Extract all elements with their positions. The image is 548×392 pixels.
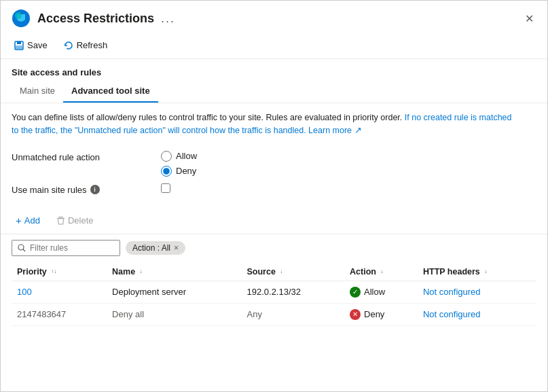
use-main-site-row: Use main site rules i <box>12 183 536 195</box>
use-main-site-label-wrap: Use main site rules i <box>12 183 120 195</box>
cell-action-2: ✕ Deny <box>344 303 418 325</box>
table-body: 100 Deployment server 192.0.2.13/32 ✓ Al… <box>12 281 536 325</box>
add-label: Add <box>24 215 40 226</box>
table-header-row: Priority ↑↓ Name ↓ Source ↓ Action ↓ HTT… <box>12 262 536 281</box>
save-label: Save <box>27 40 48 50</box>
section-title: Site access and rules <box>1 59 547 80</box>
table-row[interactable]: 100 Deployment server 192.0.2.13/32 ✓ Al… <box>12 281 536 303</box>
deny-icon: ✕ <box>350 309 361 320</box>
refresh-icon <box>64 41 73 50</box>
svg-rect-5 <box>57 218 65 219</box>
use-main-site-checkbox[interactable] <box>161 183 170 193</box>
priority-sort-icon: ↑↓ <box>51 269 56 274</box>
search-icon <box>18 244 26 252</box>
svg-line-8 <box>23 249 25 251</box>
col-action[interactable]: Action ↓ <box>344 262 418 281</box>
toolbar: Save Refresh <box>1 35 547 59</box>
cell-action-1: ✓ Allow <box>344 281 418 303</box>
col-source[interactable]: Source ↓ <box>242 262 345 281</box>
filter-tag-close-button[interactable]: × <box>174 244 179 252</box>
col-name[interactable]: Name ↓ <box>107 262 241 281</box>
refresh-label: Refresh <box>77 40 108 50</box>
radio-deny-input[interactable] <box>161 166 172 177</box>
azure-shield-icon <box>12 9 31 28</box>
filter-bar: Action : All × <box>1 234 547 262</box>
tab-advanced-tool-site[interactable]: Advanced tool site <box>63 80 158 103</box>
action-allow-wrap: ✓ Allow <box>350 287 412 298</box>
tabs-bar: Main site Advanced tool site <box>1 80 547 103</box>
filter-tag-label: Action : All <box>132 243 170 253</box>
unmatched-rule-radio-group: Allow Deny <box>161 151 197 177</box>
action-deny-text: Deny <box>364 309 384 319</box>
actions-bar: + Add Delete <box>1 207 547 234</box>
radio-allow-label[interactable]: Allow <box>161 151 197 162</box>
info-icon[interactable]: i <box>90 185 100 194</box>
title-bar: Access Restrictions ... ✕ <box>1 1 547 35</box>
save-button[interactable]: Save <box>12 39 50 52</box>
radio-allow-input[interactable] <box>161 151 172 162</box>
svg-point-7 <box>18 245 24 250</box>
radio-deny-label[interactable]: Deny <box>161 166 197 177</box>
action-deny-wrap: ✕ Deny <box>350 309 412 320</box>
learn-more-link[interactable]: Learn more ↗ <box>306 126 362 135</box>
tab-main-site[interactable]: Main site <box>12 80 63 103</box>
description-text: You can define lists of allow/deny rules… <box>1 103 530 145</box>
save-icon <box>14 41 24 50</box>
refresh-button[interactable]: Refresh <box>61 39 111 52</box>
svg-point-1 <box>15 12 22 19</box>
name-sort-icon: ↓ <box>140 269 143 274</box>
unmatched-rule-label: Unmatched rule action <box>12 151 120 162</box>
cell-http-headers-2: Not configured <box>418 303 536 325</box>
title-left: Access Restrictions ... <box>12 9 175 28</box>
description-part1: You can define lists of allow/deny rules… <box>12 113 405 122</box>
page-title: Access Restrictions <box>37 12 154 26</box>
delete-icon <box>56 216 65 225</box>
action-sort-icon: ↓ <box>380 269 383 274</box>
cell-http-headers-1: Not configured <box>418 281 536 303</box>
radio-deny-text: Deny <box>176 166 196 176</box>
add-button[interactable]: + Add <box>12 213 44 228</box>
close-button[interactable]: ✕ <box>522 10 536 28</box>
cell-priority-2: 2147483647 <box>12 303 107 325</box>
title-ellipsis-menu[interactable]: ... <box>161 12 175 26</box>
use-main-site-label: Use main site rules <box>12 185 87 195</box>
delete-label: Delete <box>68 215 94 226</box>
col-http-headers[interactable]: HTTP headers ↓ <box>418 262 536 281</box>
delete-button[interactable]: Delete <box>52 213 98 228</box>
filter-tag-action-all: Action : All × <box>126 241 185 255</box>
unmatched-rule-row: Unmatched rule action Allow Deny <box>12 151 536 177</box>
rules-table: Priority ↑↓ Name ↓ Source ↓ Action ↓ HTT… <box>12 262 536 326</box>
filter-rules-input[interactable] <box>30 243 111 253</box>
action-allow-text: Allow <box>364 287 385 297</box>
rules-table-wrap: Priority ↑↓ Name ↓ Source ↓ Action ↓ HTT… <box>1 262 547 326</box>
unmatched-rule-section: Unmatched rule action Allow Deny Use mai… <box>1 145 547 207</box>
cell-source-1: 192.0.2.13/32 <box>242 281 345 303</box>
http-headers-sort-icon: ↓ <box>484 269 487 274</box>
cell-source-2: Any <box>242 303 345 325</box>
table-row[interactable]: 2147483647 Deny all Any ✕ Deny Not confi… <box>12 303 536 325</box>
add-icon: + <box>16 215 22 226</box>
cell-priority-1: 100 <box>12 281 107 303</box>
svg-rect-4 <box>16 46 22 49</box>
filter-input-wrap <box>12 240 120 256</box>
svg-rect-3 <box>17 41 21 44</box>
source-sort-icon: ↓ <box>280 269 282 274</box>
svg-rect-6 <box>58 217 63 217</box>
cell-name-2: Deny all <box>107 303 241 325</box>
cell-name-1: Deployment server <box>107 281 241 303</box>
col-priority[interactable]: Priority ↑↓ <box>12 262 107 281</box>
allow-icon: ✓ <box>350 287 361 298</box>
radio-allow-text: Allow <box>176 151 197 161</box>
